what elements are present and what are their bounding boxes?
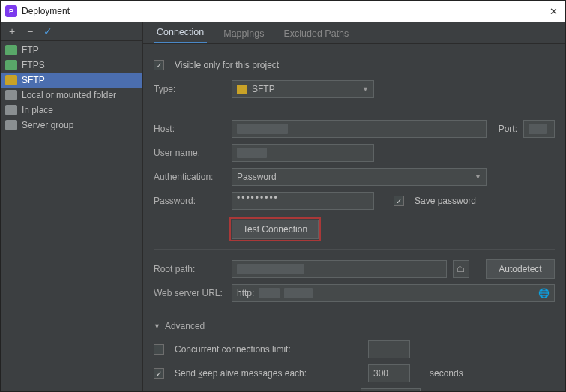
chevron-down-icon: ▼: [154, 322, 160, 330]
tab-mappings[interactable]: Mappings: [220, 24, 267, 43]
remove-button[interactable]: −: [22, 23, 38, 40]
concurrent-checkbox[interactable]: [154, 344, 164, 355]
sidebar-toolbar: + − ✓: [1, 22, 142, 41]
tab-connection[interactable]: Connection: [154, 22, 207, 43]
user-label: User name:: [154, 148, 226, 158]
separator: [154, 109, 555, 109]
type-label: Type:: [154, 84, 226, 94]
close-icon[interactable]: ✕: [546, 6, 561, 17]
tree-item-sftp[interactable]: SFTP: [1, 73, 142, 88]
ftps-icon: [5, 60, 17, 70]
chevron-down-icon: ▼: [475, 173, 481, 181]
folder-icon: [5, 90, 17, 100]
autodetect-button[interactable]: Autodetect: [486, 259, 555, 279]
connection-form: ✓ Visible only for this project Type: SF…: [143, 44, 565, 391]
titlebar: P Deployment ✕: [1, 1, 565, 22]
tree-item-label: FTPS: [22, 60, 45, 70]
test-connection-button[interactable]: Test Connection: [232, 220, 319, 239]
auth-value: Password: [237, 172, 277, 182]
encoding-input[interactable]: [361, 388, 421, 391]
browse-folder-icon[interactable]: 🗀: [453, 260, 469, 278]
tree-item-label: Local or mounted folder: [22, 90, 116, 100]
apply-button[interactable]: ✓: [40, 23, 56, 40]
host-input[interactable]: [232, 120, 487, 138]
root-path-label: Root path:: [154, 264, 226, 274]
tree-item-local-or-mounted-folder[interactable]: Local or mounted folder: [1, 88, 142, 103]
separator: [154, 249, 555, 250]
tree-item-in-place[interactable]: In place: [1, 103, 142, 118]
weburl-prefix: http:: [237, 288, 254, 298]
tree-item-ftps[interactable]: FTPS: [1, 58, 142, 73]
advanced-label: Advanced: [165, 321, 205, 331]
save-password-checkbox[interactable]: ✓: [394, 196, 404, 206]
window-title: Deployment: [22, 6, 70, 16]
tree-item-label: Server group: [22, 120, 73, 130]
add-button[interactable]: +: [4, 23, 20, 40]
type-select[interactable]: SFTP ▼: [232, 80, 374, 98]
ftp-icon: [5, 45, 17, 55]
password-label: Password:: [154, 196, 226, 206]
keepalive-input[interactable]: [368, 364, 410, 382]
keepalive-checkbox[interactable]: ✓: [154, 368, 164, 379]
type-value: SFTP: [252, 84, 275, 94]
sftp-icon: [237, 85, 247, 94]
tree-item-label: FTP: [22, 45, 39, 55]
test-connection-label: Test Connection: [243, 224, 307, 235]
weburl-input[interactable]: http: 🌐: [232, 284, 555, 302]
globe-icon: 🌐: [538, 288, 550, 298]
server-tree: FTPFTPSSFTPLocal or mounted folderIn pla…: [1, 41, 142, 391]
concurrent-label: Concurrent connections limit:: [175, 344, 362, 355]
tree-item-server-group[interactable]: Server group: [1, 118, 142, 133]
tree-item-label: In place: [22, 105, 53, 115]
app-icon: P: [5, 5, 17, 17]
auth-select[interactable]: Password ▼: [232, 168, 487, 186]
tabs: ConnectionMappingsExcluded Paths: [143, 22, 565, 44]
keepalive-unit: seconds: [430, 368, 463, 379]
save-password-label: Save password: [415, 196, 476, 206]
advanced-toggle[interactable]: ▼ Advanced: [154, 321, 555, 331]
sidebar: + − ✓ FTPFTPSSFTPLocal or mounted folder…: [1, 22, 143, 391]
tree-item-label: SFTP: [22, 75, 45, 85]
chevron-down-icon: ▼: [362, 85, 369, 93]
sftp-icon: [5, 75, 17, 85]
tree-item-ftp[interactable]: FTP: [1, 43, 142, 58]
port-label: Port:: [499, 124, 517, 134]
auth-label: Authentication:: [154, 172, 226, 182]
root-path-input[interactable]: [232, 260, 447, 278]
home-icon: [5, 105, 17, 115]
visible-only-checkbox[interactable]: ✓: [154, 60, 164, 70]
tab-excluded-paths[interactable]: Excluded Paths: [280, 24, 352, 43]
password-input[interactable]: •••••••••: [232, 192, 374, 210]
user-input[interactable]: [232, 144, 374, 162]
weburl-label: Web server URL:: [154, 288, 226, 298]
visible-only-label: Visible only for this project: [175, 60, 279, 70]
port-input[interactable]: [523, 120, 555, 138]
separator: [154, 313, 555, 313]
group-icon: [5, 120, 17, 130]
host-label: Host:: [154, 124, 226, 134]
keepalive-label: Send keep alive messages each:: [175, 368, 362, 379]
concurrent-input[interactable]: [368, 340, 410, 358]
